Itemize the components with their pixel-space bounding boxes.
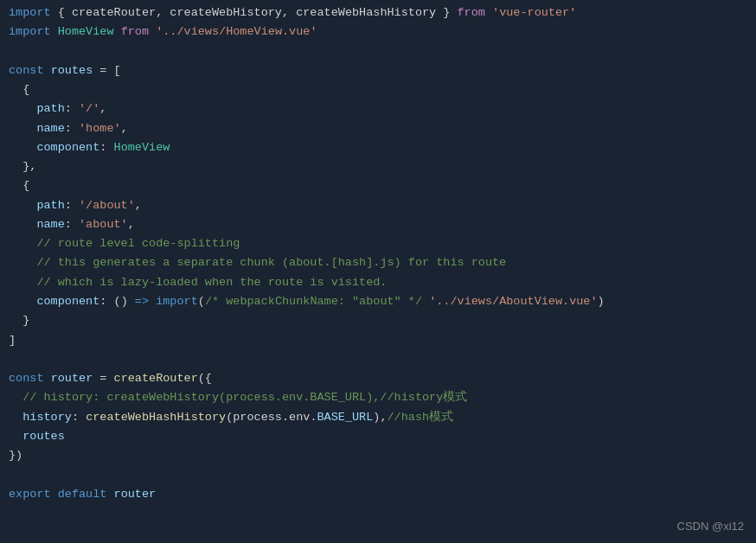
code-token: :: [65, 218, 79, 231]
code-token: import: [9, 25, 51, 38]
code-token: name: [36, 218, 64, 231]
code-token: }): [9, 449, 22, 462]
code-token: component: [36, 141, 99, 154]
code-token: // which is lazy-loaded when the route i…: [36, 276, 387, 289]
code-token: [9, 411, 22, 424]
code-token: [44, 64, 51, 77]
code-line: // route level code-splitting: [0, 234, 756, 253]
code-token: name: [36, 122, 64, 135]
code-token: [9, 199, 36, 212]
code-token: ,: [128, 218, 135, 231]
code-token: '../views/HomeView.vue': [156, 25, 317, 38]
code-line: import HomeView from '../views/HomeView.…: [0, 22, 756, 42]
code-token: history: [22, 411, 72, 424]
code-line: {: [0, 80, 756, 99]
code-token: [51, 488, 58, 501]
code-token: [44, 372, 51, 385]
code-token: from: [121, 25, 149, 38]
code-token: path: [36, 199, 64, 212]
code-line: history: createWebHashHistory(process.en…: [0, 408, 756, 427]
code-token: [9, 295, 36, 308]
code-token: [149, 25, 156, 38]
code-line: name: 'about',: [0, 215, 756, 234]
code-token: [9, 122, 36, 135]
code-token: [149, 295, 156, 308]
code-token: '../views/AboutView.vue': [429, 295, 597, 308]
code-token: .env.: [282, 411, 317, 424]
code-token: router: [114, 488, 157, 501]
code-line: [0, 42, 756, 61]
code-token: default: [58, 488, 107, 501]
code-token: [114, 25, 121, 38]
code-line: }: [0, 311, 756, 330]
code-token: (: [198, 295, 205, 308]
code-token: [9, 141, 36, 154]
code-token: routes: [22, 430, 65, 443]
code-token: import: [9, 6, 51, 19]
code-line: ]: [0, 331, 756, 350]
code-token: export: [9, 488, 51, 501]
code-line: {: [0, 176, 756, 195]
code-line: name: 'home',: [0, 119, 756, 138]
code-token: [9, 102, 36, 115]
code-token: HomeView: [114, 141, 170, 154]
code-token: 'vue-router': [492, 6, 576, 19]
watermark: CSDN @xi12: [677, 518, 745, 536]
code-token: [9, 256, 36, 269]
code-line: path: '/',: [0, 99, 756, 118]
code-line: export default router: [0, 485, 756, 504]
code-token: 'about': [79, 218, 128, 231]
code-line: component: HomeView: [0, 138, 756, 157]
code-token: :: [65, 199, 79, 212]
code-token: ,: [282, 6, 296, 19]
code-token: }: [436, 6, 457, 19]
code-line: }): [0, 446, 756, 465]
code-token: BASE_URL: [317, 411, 374, 424]
code-token: '/about': [79, 199, 135, 212]
code-token: createWebHistory: [170, 6, 282, 19]
code-line: const router = createRouter({: [0, 369, 756, 388]
code-token: ]: [9, 334, 16, 347]
code-line: // which is lazy-loaded when the route i…: [0, 273, 756, 292]
code-line: component: () => import(/* webpackChunkN…: [0, 292, 756, 311]
code-token: [106, 488, 113, 501]
code-token: router: [51, 372, 93, 385]
code-token: ,: [121, 122, 128, 135]
code-token: // this generates a separate chunk (abou…: [36, 256, 506, 269]
code-token: createWebHashHistory: [296, 6, 436, 19]
code-token: 'home': [79, 122, 121, 135]
code-token: [9, 276, 36, 289]
code-line: },: [0, 157, 756, 176]
code-token: ({: [198, 372, 212, 385]
code-token: :: [99, 141, 113, 154]
code-token: createRouter: [114, 372, 198, 385]
code-token: //hash模式: [388, 411, 454, 424]
code-token: // history: createWebHistory(process.env…: [22, 391, 467, 404]
code-line: [0, 350, 756, 369]
code-token: =: [93, 372, 113, 385]
code-line: // history: createWebHistory(process.env…: [0, 388, 756, 407]
code-token: path: [36, 102, 64, 115]
code-token: {: [9, 83, 29, 96]
code-token: ),: [373, 411, 387, 424]
code-token: HomeView: [58, 25, 114, 38]
code-token: [422, 295, 429, 308]
code-token: ,: [135, 199, 142, 212]
code-line: routes: [0, 427, 756, 446]
code-line: const routes = [: [0, 61, 756, 80]
code-token: createRouter: [72, 6, 156, 19]
code-token: [9, 391, 22, 404]
code-token: from: [458, 6, 485, 19]
code-token: ,: [156, 6, 170, 19]
code-line: // this generates a separate chunk (abou…: [0, 253, 756, 272]
code-line: path: '/about',: [0, 196, 756, 215]
code-token: import: [156, 295, 198, 308]
code-token: {: [51, 6, 72, 19]
code-token: =>: [135, 295, 149, 308]
code-token: [9, 237, 36, 250]
code-token: routes: [51, 64, 93, 77]
code-token: },: [9, 160, 36, 173]
code-token: [9, 218, 36, 231]
code-token: // route level code-splitting: [36, 237, 240, 250]
code-token: [9, 430, 22, 443]
